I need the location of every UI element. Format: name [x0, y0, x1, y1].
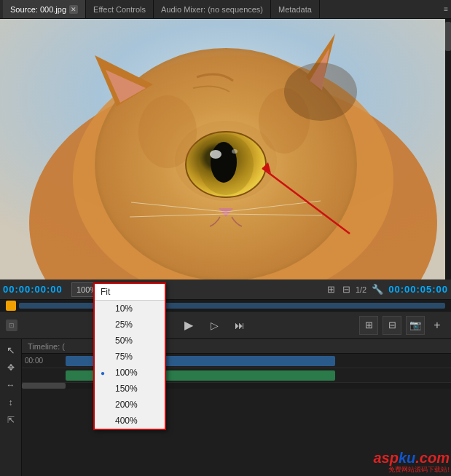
track-row-1: 00:00: [22, 354, 451, 368]
timeline-progress[interactable]: [19, 303, 445, 309]
insert-button[interactable]: ⊞: [359, 316, 378, 335]
safe-margins-button[interactable]: ⊡: [6, 320, 17, 331]
tab-metadata[interactable]: Metadata: [271, 0, 320, 18]
track-row-2: [22, 368, 451, 383]
watermark-ku: ku: [399, 450, 415, 466]
tab-source-label: Source: 000.jpg: [10, 5, 66, 14]
timeline-label: Timeline: (: [28, 342, 65, 351]
horizontal-scrollbar[interactable]: [22, 383, 451, 389]
v-resize-tool[interactable]: ↕: [3, 394, 19, 410]
dropdown-item-25[interactable]: 25%: [95, 317, 165, 333]
svg-point-11: [211, 142, 237, 183]
tool-panel: ↖ ✥ ↔ ↕ ⇱: [0, 339, 22, 476]
vertical-scrollbar[interactable]: [445, 19, 451, 279]
cat-image: [0, 19, 451, 279]
multi-cam-button[interactable]: ⊟: [340, 282, 353, 296]
timecode-right: 00:00:05:00: [388, 284, 448, 295]
playhead-marker: [6, 301, 16, 311]
move-tool[interactable]: ✥: [3, 360, 19, 376]
panel-menu-button[interactable]: ≡: [444, 5, 448, 13]
h-scroll-thumb: [22, 383, 66, 389]
zoom-dropdown-menu: Fit 10% 25% 50% 75% 100% 150% 200% 400%: [93, 282, 166, 430]
dropdown-item-75[interactable]: 75%: [95, 349, 165, 365]
loop-button[interactable]: ⊞: [325, 282, 337, 296]
add-button[interactable]: +: [429, 317, 445, 333]
tab-audio-mixer-label: Audio Mixer: (no sequences): [161, 5, 263, 14]
fraction-display: 1/2: [356, 285, 366, 294]
video-preview: [0, 19, 451, 279]
timeline-slider[interactable]: [0, 300, 451, 312]
dropdown-item-200[interactable]: 200%: [95, 397, 165, 413]
tab-audio-mixer[interactable]: Audio Mixer: (no sequences): [154, 0, 271, 18]
watermark-logo: aspku.com: [374, 450, 450, 467]
dropdown-item-50[interactable]: 50%: [95, 333, 165, 349]
settings-button[interactable]: 🔧: [369, 282, 385, 296]
controls-bar: 00:00:00:00 100% ? ⊞ ⊟ 1/2 🔧 00:00:05:00: [0, 279, 451, 300]
svg-point-22: [284, 63, 357, 121]
trim-tool[interactable]: ⇱: [3, 412, 19, 428]
playback-controls: ⊡ ⏮ ◁ ▶ ▷ ⏭ ⊞ ⊟ 📷 +: [0, 312, 451, 339]
dropdown-item-100[interactable]: 100%: [95, 365, 165, 381]
tab-source[interactable]: Source: 000.jpg ✕: [3, 0, 86, 18]
scrollbar-thumb: [445, 22, 451, 51]
tab-effect-controls-label: Effect Controls: [93, 5, 146, 14]
watermark-asp: asp: [374, 450, 399, 466]
h-resize-tool[interactable]: ↔: [3, 377, 19, 393]
timecode-left: 00:00:00:00: [3, 284, 68, 295]
svg-point-20: [138, 95, 197, 168]
svg-point-12: [210, 150, 221, 159]
watermark-com: .com: [415, 450, 450, 466]
dropdown-item-400[interactable]: 400%: [95, 413, 165, 429]
timeline-header: Timeline: (: [22, 339, 451, 354]
play-button[interactable]: ▶: [177, 314, 200, 337]
track-timecode: 00:00: [22, 357, 66, 365]
step-fwd-button[interactable]: ⏭: [230, 315, 250, 336]
dropdown-item-150[interactable]: 150%: [95, 381, 165, 397]
export-frame-button[interactable]: 📷: [406, 316, 425, 335]
selection-tool[interactable]: ↖: [3, 342, 19, 358]
dropdown-item-fit[interactable]: Fit: [95, 284, 165, 301]
close-source-tab[interactable]: ✕: [69, 5, 78, 14]
watermark: aspku.com 免费网站源码下载站!: [374, 450, 450, 475]
overwrite-button[interactable]: ⊟: [383, 316, 401, 335]
frame-fwd-button[interactable]: ▷: [205, 315, 225, 336]
dropdown-item-10[interactable]: 10%: [95, 301, 165, 317]
tab-effect-controls[interactable]: Effect Controls: [86, 0, 154, 18]
svg-point-13: [232, 149, 238, 154]
tab-bar: Source: 000.jpg ✕ Effect Controls Audio …: [0, 0, 451, 19]
tab-metadata-label: Metadata: [278, 5, 312, 14]
